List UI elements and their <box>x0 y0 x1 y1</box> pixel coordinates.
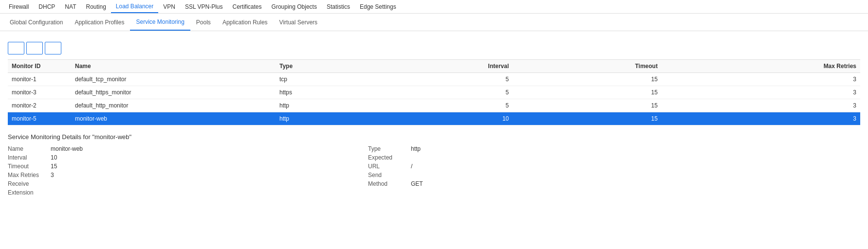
detail-row: Send <box>368 172 465 178</box>
table-cell: 15 <box>513 112 662 125</box>
detail-row: Extension <box>8 189 105 196</box>
detail-label: Max Retries <box>8 172 47 178</box>
table-cell: tcp <box>276 73 373 86</box>
monitors-table: Monitor ID Name Type Interval Timeout Ma… <box>8 59 860 125</box>
table-cell: 3 <box>662 73 860 86</box>
detail-label: URL <box>368 163 407 170</box>
top-nav-item-load-balancer[interactable]: Load Balancer <box>111 0 158 13</box>
table-row[interactable]: monitor-1default_tcp_monitortcp5153 <box>8 73 860 86</box>
table-cell: 15 <box>513 73 662 86</box>
table-cell: monitor-3 <box>8 86 71 99</box>
top-nav-item-certificates[interactable]: Certificates <box>228 0 267 13</box>
table-row[interactable]: monitor-5monitor-webhttp10153 <box>8 112 860 125</box>
top-nav-item-vpn[interactable]: VPN <box>158 0 180 13</box>
detail-row: Receive <box>8 180 105 187</box>
table-cell: monitor-1 <box>8 73 71 86</box>
table-cell: 5 <box>373 73 513 86</box>
table-row[interactable]: monitor-2default_http_monitorhttp5153 <box>8 99 860 112</box>
edit-button[interactable] <box>26 42 43 54</box>
detail-label: Extension <box>8 189 47 196</box>
details-title: Service Monitoring Details for "monitor-… <box>8 133 860 141</box>
table-cell: 10 <box>373 112 513 125</box>
detail-row: Interval10 <box>8 154 105 161</box>
sub-navigation: Global ConfigurationApplication Profiles… <box>0 14 868 31</box>
detail-row: Timeout15 <box>8 163 105 170</box>
table-header-row: Monitor ID Name Type Interval Timeout Ma… <box>8 60 860 73</box>
detail-row: URL/ <box>368 163 465 170</box>
detail-row: MethodGET <box>368 180 465 187</box>
details-right-col: TypehttpExpectedURL/SendMethodGET <box>368 145 465 196</box>
detail-label: Send <box>368 172 407 178</box>
details-section: Service Monitoring Details for "monitor-… <box>8 133 860 196</box>
sub-nav-item-service-monitoring[interactable]: Service Monitoring <box>130 14 190 31</box>
table-cell: 5 <box>373 99 513 112</box>
table-cell: 3 <box>662 99 860 112</box>
add-button[interactable] <box>8 42 24 54</box>
details-left-col: Namemonitor-webInterval10Timeout15Max Re… <box>8 145 105 196</box>
toolbar <box>8 42 860 54</box>
top-nav-item-dhcp[interactable]: DHCP <box>34 0 60 13</box>
sub-nav-item-pools[interactable]: Pools <box>190 14 217 31</box>
detail-label: Expected <box>368 154 407 161</box>
detail-value: http <box>411 145 421 152</box>
details-grid: Namemonitor-webInterval10Timeout15Max Re… <box>8 145 860 196</box>
table-cell: 5 <box>373 86 513 99</box>
detail-value: 15 <box>51 163 57 170</box>
col-header-name: Name <box>71 60 276 73</box>
col-header-type: Type <box>276 60 373 73</box>
delete-button[interactable] <box>45 42 61 54</box>
sub-nav-item-global-config[interactable]: Global Configuration <box>4 14 69 31</box>
col-header-timeout: Timeout <box>513 60 662 73</box>
col-header-monitor-id: Monitor ID <box>8 60 71 73</box>
top-nav-item-ssl-vpn-plus[interactable]: SSL VPN-Plus <box>180 0 228 13</box>
col-header-interval: Interval <box>373 60 513 73</box>
table-cell: 3 <box>662 86 860 99</box>
detail-value: / <box>411 163 412 170</box>
table-cell: default_http_monitor <box>71 99 276 112</box>
sub-nav-item-app-rules[interactable]: Application Rules <box>217 14 274 31</box>
detail-label: Name <box>8 145 47 152</box>
table-body: monitor-1default_tcp_monitortcp5153monit… <box>8 73 860 125</box>
detail-row: Typehttp <box>368 145 465 152</box>
detail-row: Max Retries3 <box>8 172 105 178</box>
detail-label: Timeout <box>8 163 47 170</box>
top-nav-item-grouping-objects[interactable]: Grouping Objects <box>267 0 322 13</box>
table-cell: monitor-2 <box>8 99 71 112</box>
table-cell: default_https_monitor <box>71 86 276 99</box>
table-cell: monitor-web <box>71 112 276 125</box>
main-content: Monitor ID Name Type Interval Timeout Ma… <box>0 31 868 202</box>
table-cell: http <box>276 112 373 125</box>
table-cell: https <box>276 86 373 99</box>
table-cell: 15 <box>513 86 662 99</box>
detail-value: GET <box>411 180 423 187</box>
detail-value: 10 <box>51 154 57 161</box>
detail-label: Receive <box>8 180 47 187</box>
table-row[interactable]: monitor-3default_https_monitorhttps5153 <box>8 86 860 99</box>
top-nav-item-routing[interactable]: Routing <box>81 0 111 13</box>
top-nav-item-edge-settings[interactable]: Edge Settings <box>355 0 401 13</box>
table-cell: 15 <box>513 99 662 112</box>
sub-nav-item-app-profiles[interactable]: Application Profiles <box>69 14 130 31</box>
table-header: Monitor ID Name Type Interval Timeout Ma… <box>8 60 860 73</box>
top-nav-item-firewall[interactable]: Firewall <box>4 0 34 13</box>
detail-row: Namemonitor-web <box>8 145 105 152</box>
detail-value: monitor-web <box>51 145 83 152</box>
table-cell: monitor-5 <box>8 112 71 125</box>
top-nav-item-nat[interactable]: NAT <box>60 0 81 13</box>
detail-value: 3 <box>51 172 54 178</box>
detail-label: Type <box>368 145 407 152</box>
top-navigation: FirewallDHCPNATRoutingLoad BalancerVPNSS… <box>0 0 868 14</box>
detail-label: Interval <box>8 154 47 161</box>
col-header-max-retries: Max Retries <box>662 60 860 73</box>
detail-label: Method <box>368 180 407 187</box>
sub-nav-item-virtual-servers[interactable]: Virtual Servers <box>274 14 323 31</box>
table-cell: 3 <box>662 112 860 125</box>
top-nav-item-statistics[interactable]: Statistics <box>322 0 355 13</box>
table-cell: http <box>276 99 373 112</box>
detail-row: Expected <box>368 154 465 161</box>
table-cell: default_tcp_monitor <box>71 73 276 86</box>
